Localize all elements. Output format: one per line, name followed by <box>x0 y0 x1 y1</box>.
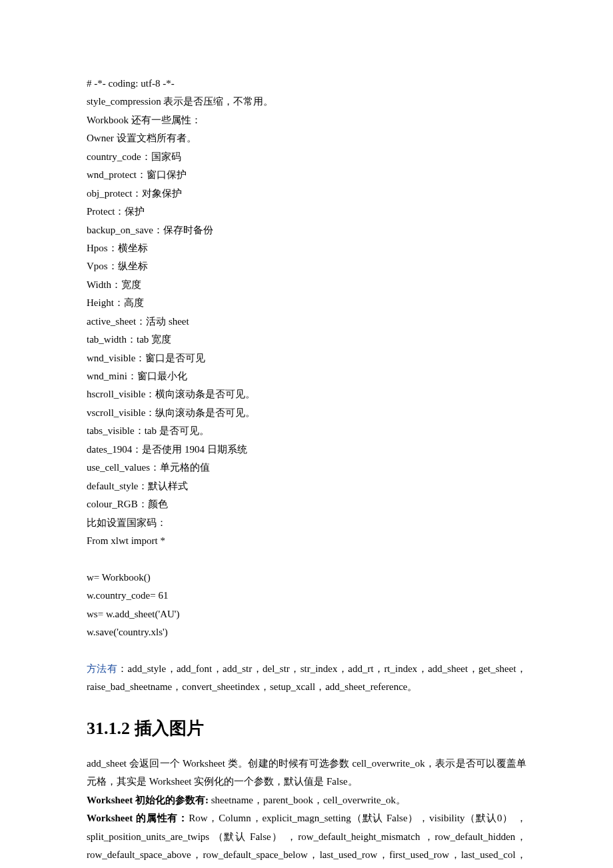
text-line: active_sheet：活动 sheet <box>87 313 526 331</box>
text-line: hscroll_visible：横向滚动条是否可见。 <box>87 385 526 403</box>
text-line: Height：高度 <box>87 294 526 312</box>
code-line: ws= w.add_sheet('AU') <box>87 605 526 623</box>
paragraph-3-bold: Worksheet 的属性有： <box>87 813 189 823</box>
text-line: Width：宽度 <box>87 276 526 294</box>
text-line: country_code：国家码 <box>87 148 526 166</box>
methods-body: ：add_style，add_font，add_str，del_str，str_… <box>87 663 526 692</box>
text-line: use_cell_values：单元格的值 <box>87 459 526 477</box>
methods-label: 方法有 <box>87 663 117 674</box>
text-line: Owner 设置文档所有者。 <box>87 129 526 147</box>
text-line: wnd_protect：窗口保护 <box>87 166 526 184</box>
paragraph-2-bold: Worksheet 初始化的参数有: <box>87 795 209 805</box>
text-line: Vpos：纵坐标 <box>87 257 526 275</box>
code-line: w.save('country.xls') <box>87 623 526 641</box>
text-line: dates_1904：是否使用 1904 日期系统 <box>87 441 526 459</box>
blank-line <box>87 642 526 660</box>
section-heading: 31.1.2 插入图片 <box>87 717 526 740</box>
text-line: # -*- coding: utf-8 -*- <box>87 75 526 93</box>
paragraph-3: Worksheet 的属性有：Row，Column，explicit_magn_… <box>87 809 526 868</box>
text-line: default_style：默认样式 <box>87 477 526 495</box>
methods-paragraph: 方法有：add_style，add_font，add_str，del_str，s… <box>87 660 526 697</box>
paragraph-2-rest: sheetname，parent_book，cell_overwrite_ok。 <box>209 795 406 805</box>
text-line: style_compression 表示是否压缩，不常用。 <box>87 93 526 111</box>
text-line: wnd_mini：窗口最小化 <box>87 367 526 385</box>
text-line: wnd_visible：窗口是否可见 <box>87 349 526 367</box>
text-line: From xlwt import * <box>87 532 526 550</box>
paragraph-2: Worksheet 初始化的参数有: sheetname，parent_book… <box>87 791 526 809</box>
text-line: obj_protect：对象保护 <box>87 185 526 203</box>
blank-line <box>87 550 526 568</box>
document-page: # -*- coding: utf-8 -*- style_compressio… <box>0 0 613 868</box>
text-line: Protect：保护 <box>87 203 526 221</box>
code-line: w= Workbook() <box>87 569 526 587</box>
paragraph-1: add_sheet 会返回一个 Worksheet 类。创建的时候有可选参数 c… <box>87 755 526 791</box>
text-line: backup_on_save：保存时备份 <box>87 221 526 239</box>
text-line: Hpos：横坐标 <box>87 239 526 257</box>
text-line: tabs_visible：tab 是否可见。 <box>87 422 526 440</box>
text-line: 比如设置国家码： <box>87 514 526 532</box>
text-line: Workbook 还有一些属性： <box>87 111 526 129</box>
code-line: w.country_code= 61 <box>87 587 526 605</box>
text-line: vscroll_visible：纵向滚动条是否可见。 <box>87 404 526 422</box>
text-line: tab_width：tab 宽度 <box>87 331 526 349</box>
text-line: colour_RGB：颜色 <box>87 495 526 513</box>
